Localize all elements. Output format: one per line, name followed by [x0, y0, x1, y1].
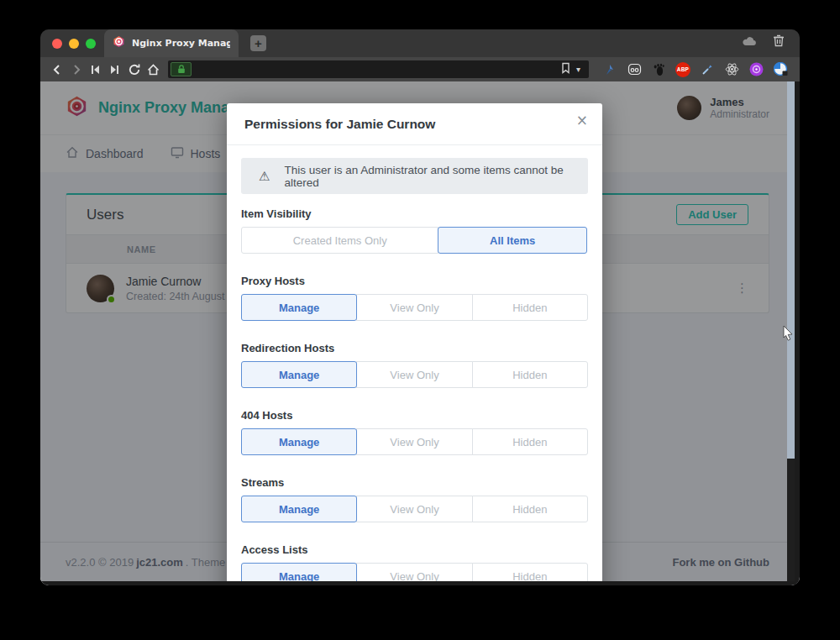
access-lists-label: Access Lists [241, 543, 588, 556]
streams-group: Manage View Only Hidden [241, 496, 588, 522]
404-hosts-view-only-button[interactable]: View Only [356, 428, 472, 455]
alert-text: This user is an Administrator and some i… [284, 164, 570, 189]
https-lock-icon[interactable] [171, 62, 192, 76]
access-lists-group: Manage View Only Hidden [241, 563, 588, 585]
admin-alert: ⚠ This user is an Administrator and some… [241, 158, 588, 194]
skip-to-start-icon[interactable] [86, 60, 105, 80]
access-lists-manage-button[interactable]: Manage [241, 563, 357, 585]
streams-view-only-button[interactable]: View Only [356, 496, 472, 522]
extension-icons: ABP [594, 62, 793, 77]
proxy-hosts-label: Proxy Hosts [241, 275, 588, 287]
browser-tab-bar: Nginx Proxy Manager + [40, 29, 800, 57]
streams-manage-button[interactable]: Manage [241, 496, 357, 522]
new-tab-button[interactable]: + [250, 35, 266, 51]
react-devtools-icon[interactable] [724, 62, 739, 77]
proxy-hosts-manage-button[interactable]: Manage [241, 294, 357, 321]
streams-label: Streams [241, 476, 588, 489]
404-hosts-hidden-button[interactable]: Hidden [472, 428, 588, 455]
minimize-window-button[interactable] [69, 39, 79, 49]
tab-title: Nginx Proxy Manager [132, 38, 230, 49]
404-hosts-label: 404 Hosts [241, 409, 588, 422]
adblock-plus-icon[interactable]: ABP [675, 62, 690, 77]
back-button[interactable] [47, 60, 66, 80]
404-hosts-manage-button[interactable]: Manage [241, 428, 357, 455]
trash-icon[interactable] [773, 34, 785, 50]
tab-favicon [113, 35, 125, 51]
gnome-foot-extension-icon[interactable] [651, 62, 666, 77]
redirection-hosts-hidden-button[interactable]: Hidden [472, 361, 588, 388]
skip-to-end-icon[interactable] [105, 60, 124, 80]
bookmark-icon[interactable] [561, 62, 570, 77]
redirection-hosts-label: Redirection Hosts [241, 342, 588, 354]
cloud-sync-icon[interactable] [742, 34, 758, 50]
item-visibility-label: Item Visibility [241, 207, 588, 220]
color-picker-icon[interactable] [700, 62, 715, 77]
bird-extension-icon[interactable] [602, 62, 617, 77]
bookmark-dropdown-icon[interactable]: ▾ [576, 66, 580, 74]
browser-toolbar: ▾ ABP [40, 57, 800, 81]
proxy-hosts-view-only-button[interactable]: View Only [356, 294, 472, 321]
privacy-clock-extension-icon[interactable] [773, 62, 788, 77]
proxy-hosts-hidden-button[interactable]: Hidden [472, 294, 588, 321]
close-icon[interactable]: × [576, 113, 588, 128]
scrollbar-thumb[interactable] [787, 81, 795, 459]
browser-window: Nginx Proxy Manager + [40, 29, 800, 585]
created-items-only-button[interactable]: Created Items Only [241, 227, 438, 254]
access-lists-view-only-button[interactable]: View Only [356, 563, 472, 585]
forward-button[interactable] [66, 60, 86, 80]
goggles-extension-icon[interactable] [627, 62, 642, 77]
permissions-modal: Permissions for Jamie Curnow × ⚠ This us… [227, 103, 602, 585]
access-lists-hidden-button[interactable]: Hidden [472, 563, 588, 585]
url-bar[interactable]: ▾ [168, 60, 589, 78]
home-button[interactable] [144, 60, 163, 80]
maximize-window-button[interactable] [86, 39, 96, 49]
all-items-button[interactable]: All Items [438, 227, 587, 254]
redirection-hosts-group: Manage View Only Hidden [241, 361, 588, 388]
modal-title: Permissions for Jamie Curnow [244, 117, 435, 131]
item-visibility-group: Created Items Only All Items [241, 227, 588, 254]
warning-icon: ⚠ [259, 169, 270, 184]
404-hosts-group: Manage View Only Hidden [241, 428, 588, 455]
window-controls [52, 29, 96, 57]
close-window-button[interactable] [52, 39, 62, 49]
proxy-hosts-group: Manage View Only Hidden [241, 294, 588, 321]
purple-app-extension-icon[interactable] [748, 62, 764, 77]
streams-hidden-button[interactable]: Hidden [472, 496, 588, 522]
redirection-hosts-view-only-button[interactable]: View Only [356, 361, 472, 388]
redirection-hosts-manage-button[interactable]: Manage [241, 361, 357, 388]
browser-tab[interactable]: Nginx Proxy Manager [104, 29, 239, 57]
reload-button[interactable] [124, 60, 144, 80]
page-viewport: Nginx Proxy Manager James Administrator … [40, 81, 800, 585]
mouse-cursor [783, 325, 795, 345]
